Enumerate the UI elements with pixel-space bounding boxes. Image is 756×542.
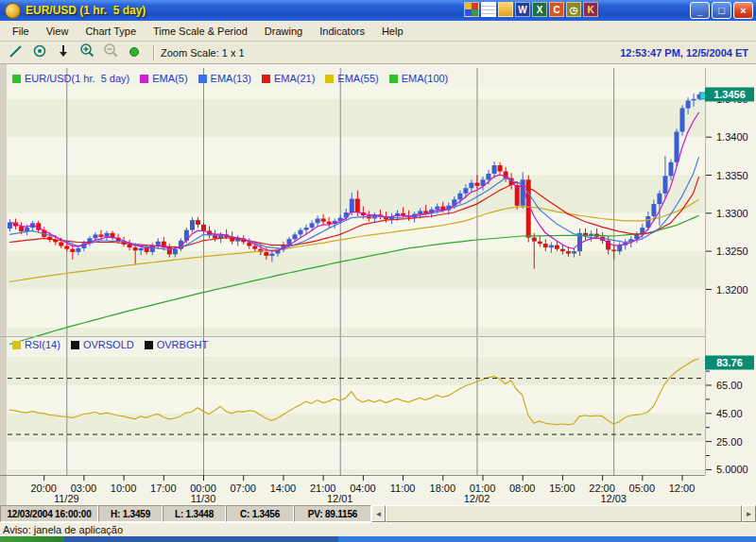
down-arrow-tool-button[interactable] xyxy=(53,43,74,62)
legend-label: EMA(5) xyxy=(152,73,187,84)
menu-item-drawing[interactable]: Drawing xyxy=(256,23,311,40)
zoom-in-tool-button[interactable] xyxy=(77,43,97,62)
candle-body xyxy=(70,249,75,252)
notepad-icon[interactable] xyxy=(481,2,496,17)
color-grid-icon[interactable] xyxy=(464,2,479,17)
chart-left-margin xyxy=(0,64,7,505)
price-tick-label: 1.3400 xyxy=(716,131,748,143)
menu-item-help[interactable]: Help xyxy=(373,23,412,40)
menu-bar: FileViewChart TypeTime Scale & PeriodDra… xyxy=(0,21,756,42)
candle-body xyxy=(99,234,104,236)
candle-body xyxy=(549,246,554,247)
candle-body xyxy=(355,199,360,213)
menu-item-view[interactable]: View xyxy=(38,23,77,40)
chart-area[interactable]: 1.34501.34001.33501.33001.32501.32001.34… xyxy=(0,64,756,505)
legend-item: EMA(55) xyxy=(325,73,378,84)
candle-body xyxy=(252,246,257,249)
legend-label: OVRBGHT xyxy=(157,339,208,350)
candle-body xyxy=(657,194,662,204)
candle-body xyxy=(560,249,565,251)
restore-button[interactable]: □ xyxy=(712,2,731,19)
scroll-left-arrow[interactable]: ◄ xyxy=(371,505,386,522)
taskbar-buttons-edge[interactable] xyxy=(64,536,338,542)
line-tool-icon xyxy=(9,43,24,62)
folder-icon[interactable] xyxy=(498,2,513,17)
close-button[interactable]: × xyxy=(733,2,753,19)
candle-body xyxy=(487,174,491,180)
candle-body xyxy=(264,252,268,256)
current-price-label: 1.3456 xyxy=(713,89,746,100)
excel-icon[interactable]: X xyxy=(532,2,547,17)
menu-item-chart-type[interactable]: Chart Type xyxy=(77,23,145,40)
record-dot-tool-button[interactable] xyxy=(124,43,145,62)
candle-body xyxy=(64,246,69,249)
candle-body xyxy=(173,249,178,255)
legend-swatch xyxy=(198,75,207,83)
legend-label: EMA(100) xyxy=(402,73,449,84)
candle-body xyxy=(94,234,98,238)
time-label: 15:00 xyxy=(549,483,576,494)
horizontal-scrollbar[interactable]: ◄► xyxy=(371,505,756,522)
price-stripe xyxy=(8,289,705,327)
orange-app-icon[interactable]: C xyxy=(549,2,564,17)
legend-item: RSI(14) xyxy=(12,339,60,350)
candle-body xyxy=(686,101,691,109)
taskbar-edge[interactable] xyxy=(338,536,756,542)
scroll-right-arrow[interactable]: ► xyxy=(742,505,756,522)
candle-body xyxy=(190,220,195,230)
candle-body xyxy=(321,219,326,222)
status-low: L: 1.3448 xyxy=(163,505,226,522)
menu-item-file[interactable]: File xyxy=(4,23,38,40)
candle-body xyxy=(139,248,144,250)
legend-swatch xyxy=(12,341,21,349)
status-close: C: 1.3456 xyxy=(226,505,294,522)
clock-icon[interactable]: ◷ xyxy=(566,2,581,17)
taskbar-strip[interactable] xyxy=(0,536,756,542)
price-legend: EUR/USD(1 hr. 5 day)EMA(5)EMA(13)EMA(21)… xyxy=(12,73,448,84)
crosshair-tool-button[interactable] xyxy=(29,43,50,62)
zoom-out-icon xyxy=(103,42,119,62)
minimize-button[interactable]: _ xyxy=(690,2,710,19)
time-label: 20:00 xyxy=(30,483,57,494)
candle-body xyxy=(128,245,132,247)
legend-item: EMA(5) xyxy=(140,73,187,84)
line-tool-button[interactable] xyxy=(6,43,26,62)
time-label: 18:00 xyxy=(430,483,456,494)
taskbar-start-edge[interactable] xyxy=(0,536,64,542)
time-label: 12:00 xyxy=(669,483,696,494)
legend-label: OVRSOLD xyxy=(83,339,134,350)
candle-body xyxy=(651,204,656,216)
zoom-out-tool-button[interactable] xyxy=(100,43,121,62)
date-label: 12/01 xyxy=(327,493,353,504)
scrollbar-thumb[interactable] xyxy=(386,505,742,522)
price-stripe xyxy=(8,251,705,289)
green-dot-icon xyxy=(129,44,140,61)
price-rsi-chart[interactable]: 1.34501.34001.33501.33001.32501.32001.34… xyxy=(0,64,756,505)
candle-body xyxy=(435,207,439,210)
price-stripe xyxy=(8,137,705,175)
legend-item: EMA(100) xyxy=(389,73,449,84)
status-bar: 12/03/2004 16:00:00H: 1.3459L: 1.3448C: … xyxy=(0,505,756,522)
candle-body xyxy=(572,251,576,253)
price-stripe xyxy=(8,87,705,99)
legend-label: EMA(21) xyxy=(274,73,315,84)
candle-body xyxy=(675,132,679,162)
candle-body xyxy=(611,250,616,252)
rsi-legend: RSI(14)OVRSOLDOVRBGHT xyxy=(12,339,208,350)
candle-body xyxy=(566,251,571,253)
status-pivot: PV: 89.1156 xyxy=(294,505,371,522)
candle-body xyxy=(293,234,298,239)
time-label: 11:00 xyxy=(390,483,416,494)
menu-item-indicators[interactable]: Indicators xyxy=(311,23,373,40)
legend-swatch xyxy=(389,75,398,83)
candle-body xyxy=(145,248,149,252)
time-label: 04:00 xyxy=(350,483,376,494)
rsi-tick-label: 25.00 xyxy=(716,436,743,448)
candle-body xyxy=(269,254,274,256)
time-label: 10:00 xyxy=(111,483,137,494)
menu-item-time-scale-period[interactable]: Time Scale & Period xyxy=(145,23,256,40)
word-icon[interactable]: W xyxy=(515,2,530,17)
rsi-stripe xyxy=(8,357,705,385)
key-icon[interactable]: K xyxy=(583,2,598,17)
price-tick-label: 1.3350 xyxy=(716,170,748,181)
